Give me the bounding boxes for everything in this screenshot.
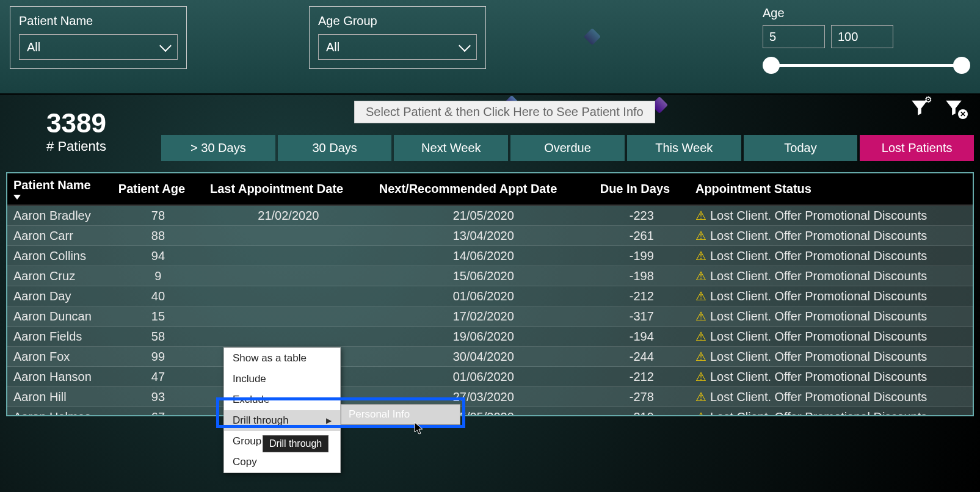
- cell[interactable]: Aaron Bradley: [7, 205, 112, 226]
- table-row[interactable]: Aaron Carr8813/04/2020-261⚠Lost Client. …: [7, 226, 973, 246]
- status-cell[interactable]: ⚠Lost Client. Offer Promotional Discount…: [689, 347, 973, 367]
- cell[interactable]: -278: [594, 387, 689, 407]
- cell[interactable]: -219: [594, 407, 689, 417]
- submenu-personal-info[interactable]: Personal Info: [341, 405, 460, 424]
- cell[interactable]: -212: [594, 286, 689, 306]
- cell[interactable]: -244: [594, 347, 689, 367]
- column-header[interactable]: Last Appointment Date: [204, 173, 373, 205]
- cell[interactable]: [204, 327, 373, 347]
- context-menu-item[interactable]: Include: [224, 369, 340, 389]
- cell[interactable]: -317: [594, 306, 689, 327]
- drill-through-submenu[interactable]: Personal Info: [341, 404, 460, 425]
- cell[interactable]: [204, 286, 373, 306]
- table-row[interactable]: Aaron Collins9414/06/2020-199⚠Lost Clien…: [7, 246, 973, 266]
- cell[interactable]: -261: [594, 226, 689, 246]
- cell[interactable]: -198: [594, 266, 689, 286]
- cell[interactable]: Aaron Fox: [7, 347, 112, 367]
- cell[interactable]: [204, 266, 373, 286]
- tab-today[interactable]: Today: [744, 135, 858, 161]
- cell[interactable]: 13/04/2020: [373, 226, 594, 246]
- clear-filter-icon[interactable]: ✕: [943, 97, 964, 118]
- status-cell[interactable]: ⚠Lost Client. Offer Promotional Discount…: [689, 286, 973, 306]
- status-cell[interactable]: ⚠Lost Client. Offer Promotional Discount…: [689, 306, 973, 327]
- table-row[interactable]: Aaron Holmes6725/02/202025/05/2020-219⚠L…: [7, 407, 973, 417]
- cell[interactable]: 21/05/2020: [373, 205, 594, 226]
- status-cell[interactable]: ⚠Lost Client. Offer Promotional Discount…: [689, 226, 973, 246]
- column-header[interactable]: Appointment Status: [689, 173, 973, 205]
- table-row[interactable]: Aaron Day4001/06/2020-212⚠Lost Client. O…: [7, 286, 973, 306]
- table-row[interactable]: Aaron Hill9327/12/201927/03/2020-278⚠Los…: [7, 387, 973, 407]
- age-min-input[interactable]: [763, 25, 825, 48]
- filter-settings-icon[interactable]: ⚙: [909, 97, 930, 118]
- context-menu-item[interactable]: Copy: [224, 452, 340, 472]
- cell[interactable]: Aaron Duncan: [7, 306, 112, 327]
- cell[interactable]: 99: [112, 347, 204, 367]
- cell[interactable]: Aaron Cruz: [7, 266, 112, 286]
- cell[interactable]: [204, 226, 373, 246]
- context-menu-item[interactable]: Show as a table: [224, 348, 340, 369]
- cell[interactable]: Aaron Fields: [7, 327, 112, 347]
- cell[interactable]: Aaron Holmes: [7, 407, 112, 417]
- cell[interactable]: 93: [112, 387, 204, 407]
- cell[interactable]: [204, 306, 373, 327]
- context-menu-item[interactable]: Exclude: [224, 389, 340, 410]
- cell[interactable]: 21/02/2020: [204, 205, 373, 226]
- table-row[interactable]: Aaron Fields5819/06/2020-194⚠Lost Client…: [7, 327, 973, 347]
- cell[interactable]: [204, 246, 373, 266]
- tab-lost-patients[interactable]: Lost Patients: [860, 135, 974, 161]
- tab--30-days[interactable]: > 30 Days: [161, 135, 275, 161]
- cell[interactable]: 58: [112, 327, 204, 347]
- status-cell[interactable]: ⚠Lost Client. Offer Promotional Discount…: [689, 387, 973, 407]
- age-group-select[interactable]: All: [318, 34, 477, 60]
- cell[interactable]: -223: [594, 205, 689, 226]
- status-cell[interactable]: ⚠Lost Client. Offer Promotional Discount…: [689, 327, 973, 347]
- table-row[interactable]: Aaron Duncan1517/02/2020-317⚠Lost Client…: [7, 306, 973, 327]
- status-cell[interactable]: ⚠Lost Client. Offer Promotional Discount…: [689, 407, 973, 417]
- tab-this-week[interactable]: This Week: [627, 135, 741, 161]
- cell[interactable]: Aaron Collins: [7, 246, 112, 266]
- cell[interactable]: 40: [112, 286, 204, 306]
- patient-name-select[interactable]: All: [19, 34, 178, 60]
- cell[interactable]: 19/06/2020: [373, 327, 594, 347]
- status-cell[interactable]: ⚠Lost Client. Offer Promotional Discount…: [689, 246, 973, 266]
- column-header[interactable]: Due In Days: [594, 173, 689, 205]
- cell[interactable]: 15/06/2020: [373, 266, 594, 286]
- age-slider[interactable]: [763, 57, 970, 75]
- cell[interactable]: 9: [112, 266, 204, 286]
- context-menu[interactable]: Show as a tableIncludeExcludeDrill throu…: [223, 347, 341, 473]
- status-cell[interactable]: ⚠Lost Client. Offer Promotional Discount…: [689, 205, 973, 226]
- cell[interactable]: 01/06/2020: [373, 286, 594, 306]
- cell[interactable]: 88: [112, 226, 204, 246]
- cell[interactable]: -212: [594, 367, 689, 387]
- cell[interactable]: 01/06/2020: [373, 367, 594, 387]
- cell[interactable]: 17/02/2020: [373, 306, 594, 327]
- cell[interactable]: 14/06/2020: [373, 246, 594, 266]
- cell[interactable]: -199: [594, 246, 689, 266]
- cell[interactable]: Aaron Day: [7, 286, 112, 306]
- cell[interactable]: 15: [112, 306, 204, 327]
- cell[interactable]: 47: [112, 367, 204, 387]
- status-cell[interactable]: ⚠Lost Client. Offer Promotional Discount…: [689, 266, 973, 286]
- cell[interactable]: -194: [594, 327, 689, 347]
- cell[interactable]: Aaron Carr: [7, 226, 112, 246]
- cell[interactable]: 67: [112, 407, 204, 417]
- table-row[interactable]: Aaron Fox9931/01/202030/04/2020-244⚠Lost…: [7, 347, 973, 367]
- tab-overdue[interactable]: Overdue: [510, 135, 625, 161]
- cell[interactable]: 94: [112, 246, 204, 266]
- age-max-input[interactable]: [831, 25, 893, 48]
- slider-thumb-max[interactable]: [953, 57, 970, 74]
- column-header[interactable]: Next/Recommended Appt Date: [373, 173, 594, 205]
- cell[interactable]: 78: [112, 205, 204, 226]
- patient-info-button[interactable]: Select Patient & then Click Here to See …: [354, 101, 655, 123]
- slider-thumb-min[interactable]: [763, 57, 780, 74]
- column-header[interactable]: Patient Age: [112, 173, 204, 205]
- tab-next-week[interactable]: Next Week: [394, 135, 508, 161]
- context-menu-item[interactable]: Drill through▶: [224, 410, 340, 431]
- cell[interactable]: Aaron Hill: [7, 387, 112, 407]
- tab-30-days[interactable]: 30 Days: [278, 135, 392, 161]
- cell[interactable]: 30/04/2020: [373, 347, 594, 367]
- cell[interactable]: Aaron Hanson: [7, 367, 112, 387]
- table-row[interactable]: Aaron Bradley7821/02/202021/05/2020-223⚠…: [7, 205, 973, 226]
- table-row[interactable]: Aaron Hanson4701/12/201901/06/2020-212⚠L…: [7, 367, 973, 387]
- table-row[interactable]: Aaron Cruz915/06/2020-198⚠Lost Client. O…: [7, 266, 973, 286]
